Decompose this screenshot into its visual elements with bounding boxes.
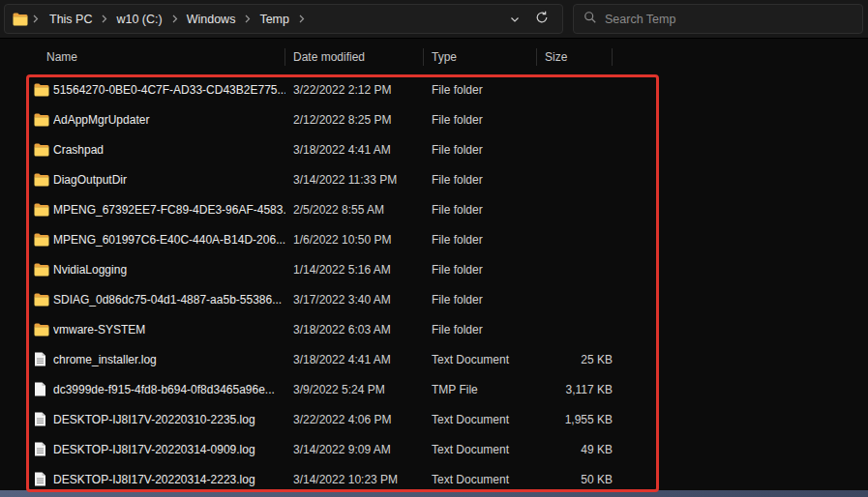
file-name: SDIAG_0d86dc75-04d1-4887-aa5b-55386... <box>53 293 285 307</box>
file-type: File folder <box>424 233 537 247</box>
file-date-modified: 2/12/2022 8:25 PM <box>285 113 424 127</box>
file-name: DiagOutputDir <box>53 173 285 187</box>
folder-icon <box>34 323 53 336</box>
breadcrumb-item[interactable]: Windows <box>180 10 243 29</box>
file-date-modified: 1/14/2022 5:16 AM <box>285 263 424 277</box>
file-name: chrome_installer.log <box>53 353 285 366</box>
refresh-icon <box>535 11 549 28</box>
file-type: Text Document <box>424 413 537 426</box>
folder-icon <box>34 173 53 187</box>
file-row[interactable]: chrome_installer.log3/18/2022 4:41 AMTex… <box>0 344 868 374</box>
search-box[interactable] <box>573 4 863 34</box>
file-type: TMP File <box>424 383 537 396</box>
folder-icon <box>34 233 53 247</box>
file-date-modified: 3/14/2022 10:23 PM <box>285 473 424 486</box>
breadcrumb-item[interactable]: This PC <box>43 10 99 29</box>
file-date-modified: 3/18/2022 6:03 AM <box>285 323 424 336</box>
chevron-right-icon[interactable] <box>242 15 253 23</box>
file-date-modified: 3/14/2022 11:33 PM <box>285 173 424 187</box>
file-type: File folder <box>424 143 537 157</box>
address-toolbar: This PCw10 (C:)WindowsTemp <box>0 0 868 39</box>
file-size: 50 KB <box>537 473 613 486</box>
text-document-icon <box>34 352 53 366</box>
folder-icon <box>34 143 53 157</box>
file-row[interactable]: MPENG_601997C6-E40C-440A-B14D-206...1/6/… <box>0 224 868 254</box>
file-type: File folder <box>424 323 537 336</box>
file-date-modified: 3/22/2022 4:06 PM <box>285 413 424 426</box>
file-date-modified: 3/9/2022 5:24 PM <box>285 383 424 396</box>
file-date-modified: 3/18/2022 4:41 AM <box>285 353 424 366</box>
file-name: MPENG_67392EE7-FC89-4DE3-96AF-4583... <box>53 203 285 217</box>
file-name: DESKTOP-IJ8I17V-20220314-0909.log <box>53 443 285 456</box>
file-row[interactable]: vmware-SYSTEM3/18/2022 6:03 AMFile folde… <box>0 314 868 344</box>
file-date-modified: 2/5/2022 8:55 AM <box>285 203 424 217</box>
folder-icon <box>34 293 53 307</box>
file-type: Text Document <box>424 473 537 486</box>
file-name: dc3999de-f915-4fd8-b694-0f8d3465a96e... <box>53 383 285 396</box>
file-name: MPENG_601997C6-E40C-440A-B14D-206... <box>53 233 285 247</box>
file-type: File folder <box>424 113 537 127</box>
file-list: 51564270-0BE0-4C7F-AD33-CD43B2E775...3/2… <box>0 74 868 494</box>
file-name: Crashpad <box>53 143 285 157</box>
file-type: File folder <box>424 293 537 307</box>
file-icon <box>34 382 53 396</box>
file-row[interactable]: AdAppMgrUpdater2/12/2022 8:25 PMFile fol… <box>0 104 868 134</box>
column-header-row: NameDate modifiedTypeSize <box>0 39 868 74</box>
file-type: File folder <box>424 173 537 187</box>
search-input[interactable] <box>605 13 853 26</box>
text-document-icon <box>34 412 53 426</box>
file-row[interactable]: SDIAG_0d86dc75-04d1-4887-aa5b-55386...3/… <box>0 284 868 314</box>
address-dropdown-button[interactable] <box>502 7 527 32</box>
chevron-right-icon <box>30 15 41 23</box>
folder-icon <box>34 263 53 277</box>
file-date-modified: 3/17/2022 3:40 AM <box>285 293 424 307</box>
file-type: File folder <box>424 83 537 97</box>
breadcrumb: This PCw10 (C:)WindowsTemp <box>43 10 307 29</box>
file-date-modified: 1/6/2022 10:50 PM <box>285 233 424 247</box>
file-name: vmware-SYSTEM <box>53 323 285 336</box>
refresh-button[interactable] <box>529 7 554 32</box>
file-name: 51564270-0BE0-4C7F-AD33-CD43B2E775... <box>53 83 285 97</box>
breadcrumb-item[interactable]: Temp <box>253 10 296 29</box>
file-row[interactable]: DiagOutputDir3/14/2022 11:33 PMFile fold… <box>0 164 868 194</box>
file-name: AdAppMgrUpdater <box>53 113 285 127</box>
folder-icon <box>34 113 53 127</box>
chevron-down-icon <box>510 11 520 28</box>
file-date-modified: 3/18/2022 4:41 AM <box>285 143 424 157</box>
current-folder-icon <box>13 13 28 26</box>
folder-icon <box>34 83 53 97</box>
file-name: DESKTOP-IJ8I17V-20220314-2223.log <box>53 473 285 486</box>
file-row[interactable]: Crashpad3/18/2022 4:41 AMFile folder <box>0 134 868 164</box>
file-name: NvidiaLogging <box>53 263 285 277</box>
text-document-icon <box>34 472 53 486</box>
address-bar[interactable]: This PCw10 (C:)WindowsTemp <box>4 4 563 34</box>
search-icon <box>584 11 597 28</box>
file-row[interactable]: NvidiaLogging1/14/2022 5:16 AMFile folde… <box>0 254 868 284</box>
file-row[interactable]: DESKTOP-IJ8I17V-20220310-2235.log3/22/20… <box>0 404 868 434</box>
breadcrumb-item[interactable]: w10 (C:) <box>109 10 168 29</box>
file-type: File folder <box>424 263 537 277</box>
column-header-size[interactable]: Size <box>537 48 613 66</box>
column-header-date-modified[interactable]: Date modified <box>285 48 424 66</box>
file-row[interactable]: 51564270-0BE0-4C7F-AD33-CD43B2E775...3/2… <box>0 74 868 104</box>
chevron-right-icon[interactable] <box>99 15 109 23</box>
chevron-right-icon[interactable] <box>169 15 180 23</box>
file-size: 3,117 KB <box>537 383 613 396</box>
file-size: 25 KB <box>537 353 613 366</box>
file-row[interactable]: dc3999de-f915-4fd8-b694-0f8d3465a96e...3… <box>0 374 868 404</box>
file-type: Text Document <box>424 443 537 456</box>
file-type: File folder <box>424 203 537 217</box>
file-date-modified: 3/22/2022 2:12 PM <box>285 83 424 97</box>
file-row[interactable]: MPENG_67392EE7-FC89-4DE3-96AF-4583...2/5… <box>0 194 868 224</box>
file-name: DESKTOP-IJ8I17V-20220310-2235.log <box>53 413 285 426</box>
column-header-type[interactable]: Type <box>424 48 537 66</box>
column-header-name[interactable]: Name <box>46 48 285 66</box>
file-type: Text Document <box>424 353 537 366</box>
file-size: 49 KB <box>537 443 613 456</box>
text-document-icon <box>34 442 53 456</box>
file-date-modified: 3/14/2022 9:09 AM <box>285 443 424 456</box>
folder-icon <box>34 203 53 217</box>
file-row[interactable]: DESKTOP-IJ8I17V-20220314-0909.log3/14/20… <box>0 434 868 464</box>
file-size: 1,955 KB <box>537 413 613 426</box>
chevron-right-icon[interactable] <box>296 15 307 23</box>
